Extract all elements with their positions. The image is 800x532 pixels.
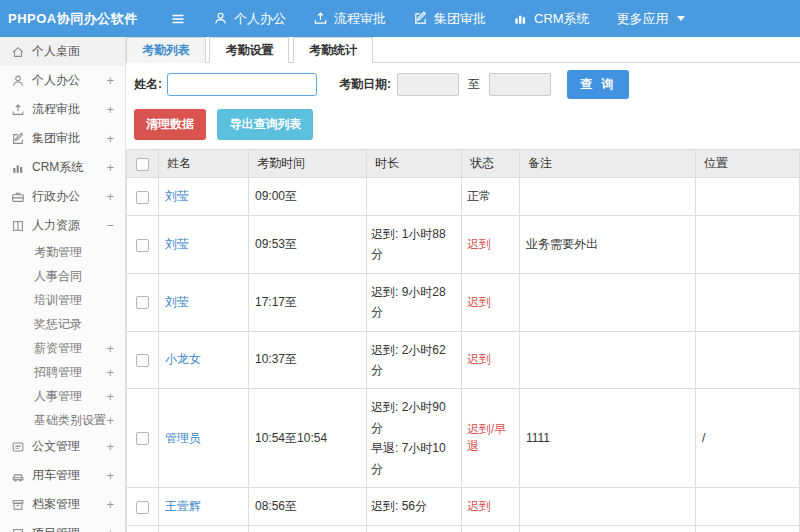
duration-cell: 迟到: 2小时90分 早退: 7小时10分 (367, 389, 462, 488)
date-from-input[interactable] (397, 73, 459, 96)
nav-item-crm[interactable]: CRM系统 (513, 10, 590, 28)
sidebar: 个人桌面 个人办公 + 流程审批 + 集团审批 + CRM系统 + 行政办公 + (0, 37, 126, 532)
attendance-table: 姓名 考勤时间 时长 状态 备注 位置 刘莹 09:00至 正常 刘莹 09:5… (126, 149, 800, 532)
sidebar-item-base-category[interactable]: 基础类别设置 + (0, 408, 125, 432)
row-checkbox[interactable] (136, 191, 149, 204)
row-checkbox[interactable] (136, 354, 149, 367)
tab-bar: 考勤列表 考勤设置 考勤统计 (126, 37, 800, 63)
sidebar-item-group-approval[interactable]: 集团审批 + (0, 124, 125, 153)
sidebar-item-project-mgmt[interactable]: 项目管理 + (0, 519, 125, 532)
employee-name-link[interactable]: 刘莹 (165, 295, 189, 309)
table-row: 黄蓉 13:20至13:20 迟到: 5小时33分 早退: 4小时67分 迟到/… (127, 525, 800, 532)
attendance-time-cell: 13:20至13:20 (249, 525, 367, 532)
location-cell (696, 178, 800, 216)
nav-item-process-approval[interactable]: 流程审批 (313, 10, 386, 28)
sidebar-item-hr-contract[interactable]: 人事合同 (0, 264, 125, 288)
app-logo: PHPOA协同办公软件 (0, 10, 152, 28)
table-row: 王壹辉 08:56至 迟到: 56分 迟到 (127, 487, 800, 525)
sidebar-item-vehicle-mgmt[interactable]: 用车管理 + (0, 461, 125, 490)
sidebar-item-document-mgmt[interactable]: 公文管理 + (0, 432, 125, 461)
sidebar-item-training-mgmt[interactable]: 培训管理 (0, 288, 125, 312)
duration-cell: 迟到: 1小时88分 (367, 216, 462, 274)
expand-toggle[interactable]: + (106, 526, 114, 532)
nav-item-more-apps[interactable]: 更多应用 (617, 10, 685, 28)
location-cell (696, 487, 800, 525)
expand-toggle[interactable]: + (106, 189, 114, 204)
expand-toggle[interactable]: + (106, 102, 114, 117)
expand-toggle[interactable]: + (106, 341, 114, 356)
clean-data-button[interactable]: 清理数据 (134, 109, 206, 140)
employee-name-link[interactable]: 小龙女 (165, 352, 201, 366)
employee-name-link[interactable]: 王壹辉 (165, 499, 201, 513)
expand-toggle[interactable]: + (106, 413, 114, 428)
duration-cell: 迟到: 2小时62分 (367, 331, 462, 389)
user-icon (213, 11, 228, 26)
nav-item-group-approval[interactable]: 集团审批 (413, 10, 486, 28)
table-row: 刘莹 09:53至 迟到: 1小时88分 迟到 业务需要外出 (127, 216, 800, 274)
duration-cell: 迟到: 9小时28分 (367, 273, 462, 331)
employee-name-link[interactable]: 刘莹 (165, 189, 189, 203)
sidebar-item-personnel-mgmt[interactable]: 人事管理 + (0, 384, 125, 408)
status-label: 迟到 (467, 352, 491, 366)
expand-toggle[interactable]: + (106, 73, 114, 88)
header-status: 状态 (462, 150, 520, 178)
remark-cell (520, 487, 696, 525)
collapse-toggle[interactable]: − (106, 218, 114, 233)
attendance-time-cell: 08:56至 (249, 487, 367, 525)
tab-attendance-settings[interactable]: 考勤设置 (209, 37, 289, 63)
duration-cell: 迟到: 56分 (367, 487, 462, 525)
nav-item-personal-office[interactable]: 个人办公 (213, 10, 286, 28)
row-checkbox[interactable] (136, 432, 149, 445)
status-label: 迟到 (467, 237, 491, 251)
name-filter-input[interactable] (167, 73, 317, 96)
location-cell: / (696, 525, 800, 532)
expand-toggle[interactable]: + (106, 131, 114, 146)
search-button[interactable]: 查 询 (567, 70, 629, 99)
table-header-row: 姓名 考勤时间 时长 状态 备注 位置 (127, 150, 800, 178)
employee-name-link[interactable]: 刘莹 (165, 237, 189, 251)
status-label: 迟到 (467, 295, 491, 309)
process-icon (11, 103, 25, 117)
expand-toggle[interactable]: + (106, 160, 114, 175)
expand-toggle[interactable]: + (106, 439, 114, 454)
remark-cell (520, 525, 696, 532)
sidebar-item-archive-mgmt[interactable]: 档案管理 + (0, 490, 125, 519)
sidebar-item-personal-office[interactable]: 个人办公 + (0, 66, 125, 95)
row-checkbox[interactable] (136, 501, 149, 514)
row-checkbox[interactable] (136, 239, 149, 252)
table-row: 刘莹 17:17至 迟到: 9小时28分 迟到 (127, 273, 800, 331)
expand-toggle[interactable]: + (106, 497, 114, 512)
remark-cell: 1111 (520, 389, 696, 488)
sidebar-toggle[interactable] (170, 11, 186, 27)
date-to-label: 至 (468, 76, 480, 93)
remark-cell (520, 273, 696, 331)
expand-toggle[interactable]: + (106, 365, 114, 380)
date-to-input[interactable] (489, 73, 551, 96)
expand-toggle[interactable]: + (106, 389, 114, 404)
select-all-checkbox[interactable] (136, 158, 149, 171)
sidebar-item-attendance-mgmt[interactable]: 考勤管理 (0, 240, 125, 264)
name-filter-label: 姓名: (134, 76, 162, 93)
sidebar-item-salary-mgmt[interactable]: 薪资管理 + (0, 336, 125, 360)
sidebar-item-hr[interactable]: 人力资源 − (0, 211, 125, 240)
caret-down-icon (677, 16, 685, 21)
archive-icon (11, 498, 25, 512)
sidebar-item-reward-records[interactable]: 奖惩记录 (0, 312, 125, 336)
main-content: 考勤列表 考勤设置 考勤统计 姓名: 考勤日期: 至 查 询 清理数据 导出查询… (126, 37, 800, 532)
export-list-button[interactable]: 导出查询列表 (217, 109, 313, 140)
chart-icon (11, 161, 25, 175)
tab-attendance-list[interactable]: 考勤列表 (126, 37, 206, 63)
sidebar-item-admin-office[interactable]: 行政办公 + (0, 182, 125, 211)
car-icon (11, 469, 25, 483)
sidebar-item-crm[interactable]: CRM系统 + (0, 153, 125, 182)
sidebar-item-personal-desktop[interactable]: 个人桌面 (0, 37, 125, 66)
tab-attendance-stats[interactable]: 考勤统计 (293, 37, 373, 63)
attendance-time-cell: 09:53至 (249, 216, 367, 274)
table-row: 刘莹 09:00至 正常 (127, 178, 800, 216)
sidebar-item-process-approval[interactable]: 流程审批 + (0, 95, 125, 124)
remark-cell (520, 178, 696, 216)
sidebar-item-recruit-mgmt[interactable]: 招聘管理 + (0, 360, 125, 384)
expand-toggle[interactable]: + (106, 468, 114, 483)
employee-name-link[interactable]: 管理员 (165, 431, 201, 445)
row-checkbox[interactable] (136, 296, 149, 309)
